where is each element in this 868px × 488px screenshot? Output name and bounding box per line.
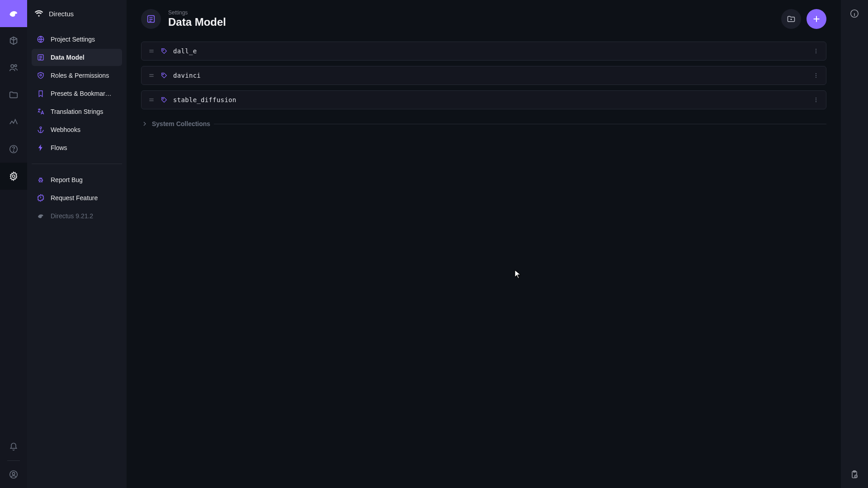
list-box-icon bbox=[36, 53, 45, 62]
chevron-right-icon bbox=[141, 120, 148, 127]
row-more-button[interactable] bbox=[812, 96, 820, 103]
label-icon bbox=[160, 96, 168, 103]
rail-account[interactable] bbox=[0, 461, 27, 488]
rail-settings[interactable] bbox=[0, 163, 27, 190]
sidebar-item-webhooks[interactable]: Webhooks bbox=[32, 121, 122, 138]
page-header: Settings Data Model bbox=[141, 9, 826, 29]
drag-handle-icon[interactable] bbox=[148, 96, 155, 103]
sidebar-item-label: Project Settings bbox=[51, 36, 95, 43]
svg-point-24 bbox=[816, 101, 816, 102]
collection-name: stable_diffusion bbox=[173, 96, 236, 103]
svg-point-17 bbox=[163, 74, 164, 75]
mouse-cursor bbox=[514, 270, 521, 279]
folder-icon bbox=[9, 90, 19, 100]
sidebar-item-presets[interactable]: Presets & Bookmar… bbox=[32, 85, 122, 102]
svg-point-1 bbox=[14, 65, 17, 67]
collection-row[interactable]: davinci bbox=[141, 66, 826, 85]
brand-name: Directus bbox=[49, 10, 74, 18]
rail-insights[interactable] bbox=[0, 108, 27, 136]
page-titles: Settings Data Model bbox=[168, 9, 226, 28]
info-icon bbox=[849, 9, 859, 19]
divider-line bbox=[214, 124, 826, 124]
box-icon bbox=[9, 36, 19, 46]
sidebar-item-roles[interactable]: Roles & Permissions bbox=[32, 67, 122, 84]
system-collections-label: System Collections bbox=[152, 120, 210, 127]
sidebar-item-data-model[interactable]: Data Model bbox=[32, 49, 122, 66]
sidebar-item-label: Data Model bbox=[51, 54, 85, 61]
translate-icon bbox=[36, 107, 45, 116]
sidebar-item-request-feature[interactable]: Request Feature bbox=[32, 189, 122, 206]
bug-icon bbox=[36, 175, 45, 184]
label-icon bbox=[160, 72, 168, 79]
svg-point-3 bbox=[13, 151, 14, 151]
sidebar-separator bbox=[32, 164, 122, 164]
svg-point-19 bbox=[816, 75, 816, 76]
sidebar-item-label: Roles & Permissions bbox=[51, 72, 109, 79]
svg-point-21 bbox=[163, 99, 164, 99]
svg-point-6 bbox=[12, 472, 15, 475]
settings-sidebar: Directus Project Settings Data Model Rol… bbox=[27, 0, 127, 488]
wifi-icon bbox=[34, 9, 43, 18]
collection-row[interactable]: dall_e bbox=[141, 42, 826, 61]
create-collection-button[interactable] bbox=[807, 9, 826, 29]
collection-row[interactable]: stable_diffusion bbox=[141, 90, 826, 109]
collection-name: davinci bbox=[173, 72, 201, 79]
rail-docs[interactable] bbox=[0, 136, 27, 163]
rail-notifications[interactable] bbox=[0, 433, 27, 460]
svg-point-23 bbox=[816, 99, 816, 100]
sidebar-item-label: Translation Strings bbox=[51, 108, 103, 115]
page-icon-badge bbox=[141, 9, 161, 29]
svg-point-22 bbox=[816, 98, 816, 99]
rabbit-small-icon bbox=[36, 211, 45, 221]
folder-plus-icon bbox=[787, 14, 796, 23]
bolt-icon bbox=[36, 143, 45, 152]
sidebar-item-project-settings[interactable]: Project Settings bbox=[32, 31, 122, 48]
gear-icon bbox=[9, 171, 19, 181]
page-actions bbox=[781, 9, 826, 29]
svg-point-14 bbox=[816, 49, 816, 50]
create-folder-button[interactable] bbox=[781, 9, 801, 29]
sidebar-item-label: Flows bbox=[51, 144, 67, 151]
svg-point-18 bbox=[816, 73, 816, 74]
sidebar-nav: Project Settings Data Model Roles & Perm… bbox=[27, 27, 127, 160]
drag-handle-icon[interactable] bbox=[148, 72, 155, 79]
clipboard-icon bbox=[850, 470, 859, 479]
version-text: Directus 9.21.2 bbox=[51, 212, 93, 220]
sidebar-secondary-nav: Report Bug Request Feature Directus 9.21… bbox=[27, 168, 127, 228]
users-icon bbox=[9, 63, 19, 73]
info-button[interactable] bbox=[846, 5, 863, 22]
collections-list: dall_e davinci stable_diffusion bbox=[141, 42, 826, 109]
rail-files[interactable] bbox=[0, 81, 27, 108]
svg-point-15 bbox=[816, 51, 816, 52]
rabbit-icon bbox=[8, 8, 19, 19]
svg-point-13 bbox=[163, 50, 164, 51]
drag-handle-icon[interactable] bbox=[148, 47, 155, 55]
rail-users[interactable] bbox=[0, 54, 27, 81]
breadcrumb[interactable]: Settings bbox=[168, 9, 226, 16]
sidebar-item-translations[interactable]: Translation Strings bbox=[32, 103, 122, 120]
row-more-button[interactable] bbox=[812, 72, 820, 79]
app-logo[interactable] bbox=[0, 0, 27, 27]
activity-button[interactable] bbox=[846, 466, 863, 483]
shield-icon bbox=[36, 71, 45, 80]
svg-point-10 bbox=[40, 127, 42, 129]
row-more-button[interactable] bbox=[812, 47, 820, 55]
svg-point-9 bbox=[40, 74, 42, 76]
plus-icon bbox=[811, 14, 821, 24]
sidebar-item-label: Webhooks bbox=[51, 126, 80, 133]
system-collections-toggle[interactable]: System Collections bbox=[141, 120, 826, 127]
help-icon bbox=[9, 144, 19, 154]
label-icon bbox=[160, 47, 168, 55]
right-rail bbox=[841, 0, 868, 488]
insights-icon bbox=[9, 117, 19, 127]
bookmark-icon bbox=[36, 89, 45, 98]
module-rail bbox=[0, 0, 27, 488]
page-title: Data Model bbox=[168, 16, 226, 28]
sidebar-item-flows[interactable]: Flows bbox=[32, 139, 122, 156]
sidebar-item-report-bug[interactable]: Report Bug bbox=[32, 171, 122, 188]
bell-icon bbox=[9, 442, 18, 451]
account-icon bbox=[9, 469, 19, 479]
brand-header[interactable]: Directus bbox=[27, 0, 127, 27]
new-releases-icon bbox=[36, 193, 45, 202]
rail-content[interactable] bbox=[0, 27, 27, 54]
